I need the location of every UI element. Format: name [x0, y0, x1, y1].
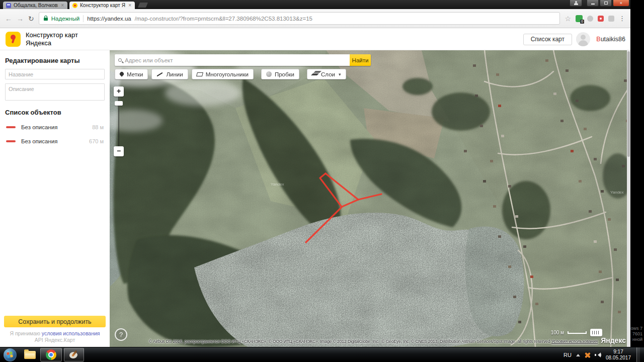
- scrollbar-thumb[interactable]: [627, 51, 630, 157]
- map-canvas[interactable]: Yandex Yandex Найти Метки Линии Многоуго…: [110, 50, 630, 347]
- scale-bar: [568, 331, 587, 334]
- username[interactable]: Butaikis86: [596, 36, 625, 43]
- tab-title: Общалка, Волчковичск: [14, 3, 58, 8]
- yandex-logo[interactable]: Яндекс: [601, 336, 626, 344]
- tab-obschalka[interactable]: Общалка, Волчковичск ×: [3, 2, 67, 9]
- site-header: Конструктор карт Яндекса Список карт But…: [0, 28, 630, 50]
- tray-app-icon[interactable]: [585, 352, 590, 358]
- paint-icon: [69, 350, 79, 359]
- search-icon: [118, 58, 122, 62]
- placemark-icon: [119, 71, 124, 76]
- profile-button[interactable]: [570, 0, 582, 7]
- ruler-icon[interactable]: [590, 329, 602, 336]
- maximize-button[interactable]: [600, 0, 612, 7]
- zoom-slider-handle[interactable]: [115, 101, 123, 106]
- url-host: https://yandex.ua: [87, 16, 131, 22]
- windows-flag-icon: [7, 351, 14, 358]
- chevron-down-icon: ▾: [339, 72, 341, 77]
- search-box[interactable]: [115, 54, 350, 66]
- yandex-maps-logo-icon[interactable]: [6, 32, 21, 47]
- map-search: Найти: [115, 54, 371, 66]
- tool-placemarks[interactable]: Метки: [115, 69, 148, 79]
- traffic-icon: [266, 71, 272, 77]
- object-list-item[interactable]: Без описания 88 м: [0, 120, 110, 134]
- zoom-out-button[interactable]: −: [114, 146, 124, 156]
- vertical-scrollbar[interactable]: [627, 50, 630, 347]
- zoom-control: + −: [114, 86, 124, 156]
- sidebar-footer: Сохранить и продолжить Я принимаю услови…: [0, 316, 110, 343]
- windows-taskbar: RU 9:17 08.05.2017: [0, 347, 644, 362]
- tab-map-constructor[interactable]: Конструктор карт Янде ×: [69, 2, 135, 9]
- polygon-icon: [196, 72, 203, 76]
- yandex-watermark: Yandex: [610, 190, 624, 195]
- taskbar-paint-button[interactable]: [64, 348, 84, 361]
- url-path: /map-constructor/?from=prntscrn&ll=27.38…: [135, 16, 312, 22]
- object-label: Без описания: [21, 138, 57, 144]
- objects-list-title: Список объектов: [5, 109, 105, 116]
- divider: [83, 15, 84, 22]
- scale-label: 100 м: [551, 330, 564, 335]
- yandex-favicon: [72, 3, 77, 8]
- map-scale: 100 м: [551, 329, 602, 336]
- tab-close-icon[interactable]: ×: [128, 3, 132, 8]
- zoom-slider-track[interactable]: [118, 97, 119, 146]
- satellite-imagery: [110, 50, 630, 347]
- language-indicator[interactable]: RU: [564, 352, 572, 358]
- explorer-icon[interactable]: [24, 351, 36, 359]
- browser-toolbar: ← → ↻ Надежный https://yandex.ua/map-con…: [0, 9, 630, 28]
- extension-icon-green[interactable]: [576, 15, 583, 22]
- minimize-button[interactable]: [587, 0, 599, 7]
- map-tools: Метки Линии Многоугольники Пробки Слои ▾: [115, 69, 346, 79]
- browser-window: Общалка, Волчковичск × Конструктор карт …: [0, 0, 630, 347]
- extension-icon-gray-circle[interactable]: [587, 16, 593, 22]
- object-length: 88 м: [92, 124, 104, 130]
- terms-of-use-link[interactable]: Условия использования: [551, 339, 598, 344]
- system-tray: RU 9:17 08.05.2017: [564, 347, 640, 362]
- tool-polygons[interactable]: Многоугольники: [192, 69, 254, 79]
- tool-traffic[interactable]: Пробки: [261, 69, 299, 79]
- zoom-in-button[interactable]: +: [114, 86, 124, 97]
- reload-button[interactable]: ↻: [28, 15, 34, 23]
- line-icon: [157, 72, 163, 76]
- address-bar[interactable]: Надежный https://yandex.ua/map-construct…: [39, 12, 560, 25]
- start-button[interactable]: [4, 348, 17, 361]
- extension-icon-gray-square[interactable]: [608, 16, 614, 22]
- browser-menu-icon[interactable]: ⋮: [619, 15, 625, 22]
- user-avatar[interactable]: [576, 32, 590, 46]
- sidebar-title: Редактирование карты: [5, 57, 105, 64]
- site-title-line1: Конструктор карт: [26, 31, 78, 39]
- tool-lines[interactable]: Линии: [151, 69, 188, 79]
- tab-close-icon[interactable]: ×: [60, 3, 64, 8]
- security-label[interactable]: Надежный: [51, 16, 79, 22]
- tray-expand-icon[interactable]: [576, 354, 580, 356]
- terms-link[interactable]: условия использования: [42, 330, 100, 336]
- tool-layers[interactable]: Слои ▾: [307, 69, 346, 79]
- maps-list-button[interactable]: Список карт: [523, 34, 572, 45]
- windows-watermark: ows 7 7601 нной: [630, 326, 642, 342]
- clock-time: 9:17: [606, 349, 631, 355]
- taskbar-clock[interactable]: 9:17 08.05.2017: [606, 349, 631, 361]
- volume-icon[interactable]: [595, 352, 601, 358]
- map-description-input[interactable]: [5, 83, 105, 101]
- bookmark-star-icon[interactable]: ☆: [565, 15, 571, 23]
- back-button[interactable]: ←: [5, 15, 12, 23]
- person-icon: [574, 1, 579, 6]
- new-tab-button[interactable]: [138, 3, 148, 8]
- map-name-input[interactable]: [5, 69, 105, 79]
- taskbar-chrome-button[interactable]: [40, 348, 62, 361]
- clock-date: 08.05.2017: [606, 355, 631, 361]
- show-desktop-button[interactable]: [636, 347, 640, 362]
- tab-strip: Общалка, Волчковичск × Конструктор карт …: [0, 0, 630, 9]
- red-line-icon: [6, 126, 16, 128]
- maximize-icon: [604, 2, 608, 5]
- close-button[interactable]: ×: [613, 0, 629, 7]
- help-button[interactable]: ?: [115, 328, 127, 341]
- forward-button[interactable]: →: [17, 15, 24, 23]
- object-label: Без описания: [21, 124, 57, 130]
- object-list-item[interactable]: Без описания 670 м: [0, 134, 110, 148]
- extension-icon-red[interactable]: [598, 16, 604, 22]
- save-continue-button[interactable]: Сохранить и продолжить: [4, 316, 106, 327]
- find-button[interactable]: Найти: [350, 54, 371, 66]
- search-input[interactable]: [125, 57, 346, 63]
- red-line-icon: [6, 140, 16, 142]
